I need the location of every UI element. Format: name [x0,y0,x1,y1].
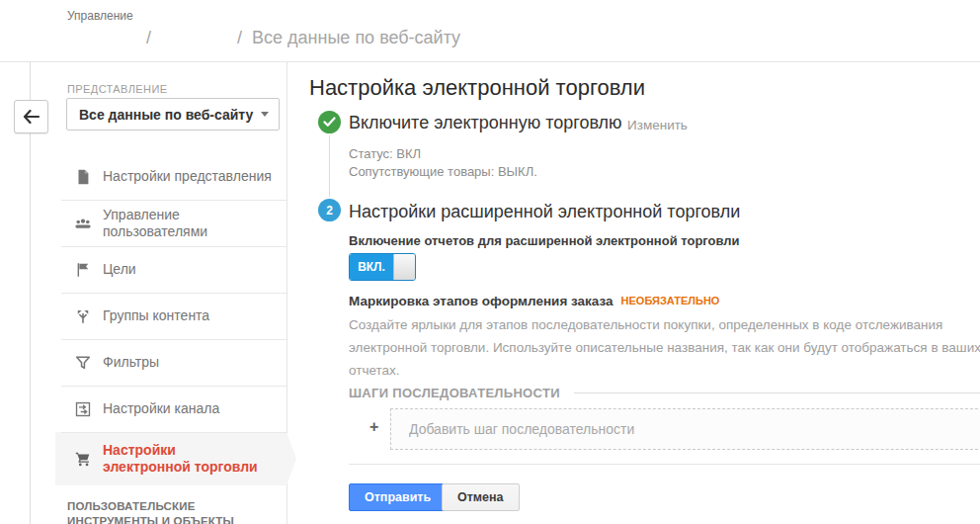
sidebar-item-label: Настройки электронной торговли [103,442,266,476]
step1-status: Статус: ВКЛ Сопутствующие товары: ВЫКЛ. [349,145,537,181]
edit-link[interactable]: Изменить [627,118,688,132]
submit-button[interactable]: Отправить [349,483,447,511]
sidebar-item-label: Цели [103,261,136,278]
sidebar-item-content-grouping[interactable]: Группы контента [55,293,286,339]
sidebar-item-label: Фильтры [103,354,159,371]
checkout-labeling-title: Маркировка этапов оформления заказа [349,294,613,308]
back-button[interactable] [14,100,48,133]
step-connector-line [329,135,330,197]
toggle-on-state: ВКЛ. [350,254,393,280]
breadcrumb-separator: / [146,28,151,48]
funnel-steps-header: ШАГИ ПОСЛЕДОВАТЕЛЬНОСТИ [349,386,980,400]
breadcrumb: / Все данные по веб-сайту [237,28,460,48]
sidebar-item-label: Настройки представления [103,168,272,185]
check-icon [323,117,336,128]
header: Управление / / Все данные по веб-сайту [0,0,980,62]
status-line: Статус: ВКЛ [349,145,537,163]
funnel-header-rule [574,393,980,393]
step1-title: Включите электронную торговлю [349,113,622,133]
sidebar-item-label: Настройки канала [103,400,219,417]
actions-divider [349,464,980,465]
sidebar-item-view-settings[interactable]: Настройки представления [55,153,286,200]
sidebar-item-channel-settings[interactable]: Настройки канала [55,386,286,432]
filter-funnel-icon [74,354,92,372]
view-selector-dropdown[interactable]: Все данные по веб-сайту [66,98,280,131]
document-icon [74,168,92,186]
sidebar-item-ecommerce-settings[interactable]: Настройки электронной торговли [55,432,286,485]
funnel-steps-label: ШАГИ ПОСЛЕДОВАТЕЛЬНОСТИ [349,386,560,400]
sidebar-item-user-management[interactable]: Управление пользователями [55,200,286,246]
chevron-down-icon [261,112,269,117]
checkout-labeling-heading: Маркировка этапов оформления заказаНЕОБЯ… [349,294,719,308]
checkout-labeling-description: Создайте ярлыки для этапов последователь… [349,313,980,382]
flag-icon [74,261,92,279]
step2-title: Настройки расширенной электронной торгов… [349,202,740,222]
sidebar-item-goals[interactable]: Цели [55,246,286,293]
toggle-handle[interactable] [393,254,415,280]
sidebar-item-label: Управление пользователями [103,207,286,240]
step1-done-indicator [318,111,341,133]
step2-number: 2 [326,204,333,218]
back-arrow-icon [23,110,41,124]
cancel-button[interactable]: Отмена [442,483,520,511]
view-selector-value: Все данные по веб-сайту [67,107,261,123]
add-funnel-step-input[interactable] [390,408,980,450]
shopping-cart-icon [74,450,92,468]
split-arrows-icon [74,307,92,325]
step2-indicator: 2 [318,199,341,221]
enhanced-reports-toggle-label: Включение отчетов для расширенной электр… [349,233,740,248]
breadcrumb-separator: / [237,28,242,48]
sidebar-menu: Настройки представления Управление польз… [55,153,286,485]
channel-settings-icon [74,400,92,418]
sidebar-item-filters[interactable]: Фильтры [55,339,286,386]
admin-label: Управление [67,9,133,23]
analytics-admin-page: Управление / / Все данные по веб-сайту П… [0,0,980,524]
sidebar-section-personal-tools: ПОЛЬЗОВАТЕЛЬСКИЕ ИНСТРУМЕНТЫ И ОБЪЕКТЫ [67,499,289,524]
status-line: Сопутствующие товары: ВЫКЛ. [349,163,537,181]
enhanced-reports-toggle[interactable]: ВКЛ. [349,253,416,281]
breadcrumb-view-name[interactable]: Все данные по веб-сайту [252,28,460,48]
page-title: Настройка электронной торговли [309,75,645,101]
add-step-plus-icon: + [369,418,378,436]
users-icon [74,215,92,232]
optional-badge: НЕОБЯЗАТЕЛЬНО [621,295,720,306]
view-section-label: ПРЕДСТАВЛЕНИЕ [67,83,167,95]
sidebar-item-label: Группы контента [103,307,209,324]
